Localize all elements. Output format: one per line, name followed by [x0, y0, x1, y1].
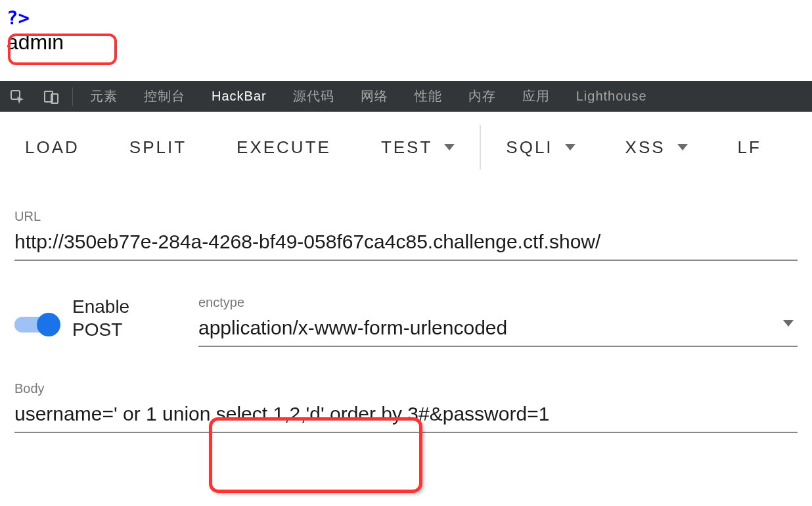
split-button[interactable]: SPLIT — [104, 112, 212, 183]
chevron-down-icon — [677, 144, 688, 150]
enctype-label: enctype — [198, 295, 798, 310]
enable-post-toggle[interactable] — [14, 315, 60, 334]
separator — [72, 87, 73, 106]
device-toggle-icon[interactable] — [34, 81, 68, 112]
hackbar-toolbar: LOAD SPLIT EXECUTE TEST SQLI XSS LF — [0, 112, 812, 183]
page-output-text: admin — [7, 30, 64, 55]
tab-lighthouse[interactable]: Lighthouse — [563, 81, 660, 112]
body-label: Body — [14, 381, 798, 396]
tab-elements[interactable]: 元素 — [77, 81, 131, 112]
tab-memory[interactable]: 内存 — [455, 81, 509, 112]
tab-hackbar[interactable]: HackBar — [198, 81, 280, 112]
lf-dropdown[interactable]: LF — [713, 112, 786, 183]
devtools-tab-bar: 元素 控制台 HackBar 源代码 网络 性能 内存 应用 Lighthous… — [0, 81, 812, 112]
enctype-select[interactable]: application/x-www-form-urlencoded — [198, 314, 798, 347]
xss-label: XSS — [625, 137, 665, 158]
tab-network[interactable]: 网络 — [348, 81, 401, 112]
execute-button[interactable]: EXECUTE — [212, 112, 356, 183]
sqli-dropdown[interactable]: SQLI — [481, 112, 600, 183]
test-label: TEST — [381, 137, 432, 158]
tab-performance[interactable]: 性能 — [401, 81, 455, 112]
chevron-down-icon — [783, 320, 794, 327]
chevron-down-icon — [565, 144, 575, 150]
tab-console[interactable]: 控制台 — [131, 81, 198, 112]
php-close-tag: ?> — [7, 7, 805, 29]
tab-sources[interactable]: 源代码 — [280, 81, 348, 112]
load-button[interactable]: LOAD — [0, 112, 104, 183]
xss-dropdown[interactable]: XSS — [600, 112, 713, 183]
chevron-down-icon — [444, 144, 455, 150]
tab-application[interactable]: 应用 — [509, 81, 563, 112]
lf-label: LF — [738, 137, 761, 158]
test-dropdown[interactable]: TEST — [356, 112, 480, 183]
body-input[interactable] — [14, 400, 798, 433]
sqli-label: SQLI — [506, 137, 553, 158]
url-label: URL — [14, 209, 798, 224]
enable-post-label: EnablePOST — [72, 295, 129, 341]
url-input[interactable] — [14, 228, 798, 261]
inspect-element-icon[interactable] — [0, 81, 34, 112]
